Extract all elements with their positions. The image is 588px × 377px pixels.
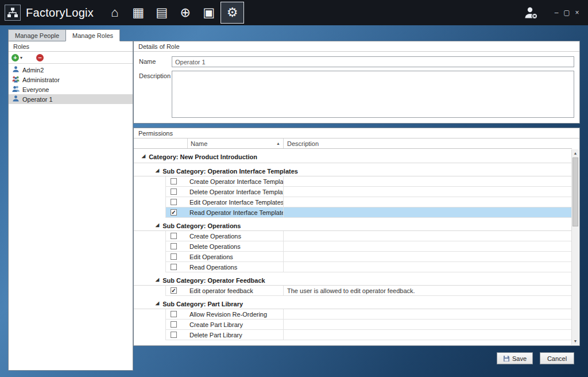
permission-checkbox[interactable] [171, 178, 177, 184]
app-title: FactoryLogix [26, 6, 94, 20]
sort-ascending-icon: ▲ [276, 141, 280, 145]
permissions-table-header: Name ▲ Description [134, 139, 572, 149]
category-row[interactable]: ◢Category: New Product Introduction [134, 151, 572, 163]
subcategory-label: Sub Category: Operation Interface Templa… [163, 168, 298, 175]
home-icon[interactable]: ⌂ [103, 2, 126, 24]
row-header-cell [134, 286, 165, 296]
vertical-scrollbar[interactable]: ▲ ▼ [571, 149, 579, 345]
expander-icon[interactable]: ◢ [156, 301, 159, 306]
permission-checkbox[interactable] [171, 199, 177, 205]
permission-row[interactable]: Create Operator Interface Templat... [134, 176, 572, 187]
save-button[interactable]: Save [497, 352, 533, 364]
close-icon[interactable]: × [572, 9, 582, 17]
add-role-button[interactable]: + [11, 54, 19, 61]
expander-icon[interactable]: ◢ [156, 222, 159, 228]
permission-row[interactable]: Delete Operator Interface Templat... [134, 187, 572, 197]
row-header-cell [134, 187, 165, 197]
permission-name: Create Operations [188, 231, 284, 241]
role-list-item[interactable]: Admin2 [9, 65, 133, 75]
cancel-button[interactable]: Cancel [540, 352, 574, 364]
role-list-item[interactable]: Operator 1 [9, 94, 133, 104]
tab-manage-roles[interactable]: Manage Roles [65, 29, 120, 41]
permission-description [284, 176, 572, 186]
permission-row[interactable]: Create Operations [134, 231, 572, 241]
details-of-role-panel: Details of Role Name Description [133, 41, 580, 124]
permissions-panel-title: Permissions [134, 128, 579, 139]
role-item-label: Admin2 [22, 67, 44, 74]
row-header-cell [134, 320, 165, 330]
npi-icon[interactable]: ▦ [126, 2, 150, 24]
analytics-icon[interactable]: ⊕ [173, 2, 197, 24]
subcategory-row[interactable]: ◢Sub Category: Operation Interface Templ… [134, 166, 572, 176]
user-logout-icon[interactable] [524, 6, 539, 20]
subcategory-row[interactable]: ◢Sub Category: Operator Feedback [134, 275, 572, 286]
scrollbar-thumb[interactable] [572, 157, 578, 226]
subcategory-row[interactable]: ◢Sub Category: Part Library [134, 299, 572, 309]
production-icon[interactable]: ▤ [150, 2, 173, 24]
permission-row[interactable]: Edit Operations [134, 252, 572, 262]
expander-icon[interactable]: ◢ [156, 168, 159, 173]
person-admin-icon [12, 75, 20, 84]
role-item-label: Operator 1 [22, 96, 53, 103]
column-header-name[interactable]: Name ▲ [188, 139, 284, 148]
permission-checkbox[interactable] [171, 332, 177, 338]
permission-checkbox[interactable] [171, 253, 177, 260]
permission-name: Edit Operator Interface Templates [188, 197, 284, 207]
permission-checkbox[interactable] [171, 188, 177, 195]
cancel-button-label: Cancel [547, 355, 567, 362]
save-icon [503, 355, 510, 362]
permission-row[interactable]: Delete Operations [134, 241, 572, 252]
subcategory-label: Sub Category: Operator Feedback [163, 277, 265, 284]
permission-description: The user is allowed to edit operator fee… [284, 286, 572, 295]
permission-name: Edit Operations [188, 252, 284, 261]
roles-panel: Roles + ▾ – Admin2AdministratorEveryoneO… [8, 41, 133, 371]
permission-checkbox[interactable] [171, 233, 177, 239]
maximize-icon[interactable]: ▢ [562, 9, 572, 17]
minimize-icon[interactable]: – [551, 9, 562, 17]
permission-name: Delete Operations [188, 241, 284, 251]
permission-row[interactable]: Allow Revision Re-Ordering [134, 309, 572, 320]
expander-icon[interactable]: ◢ [156, 277, 159, 282]
permission-description [284, 241, 572, 251]
permissions-panel: Permissions Name ▲ Description ◢Category… [133, 128, 580, 346]
permission-checkbox[interactable] [171, 311, 177, 317]
permission-checkbox[interactable]: ✓ [171, 287, 177, 294]
titlebar-nav: ⌂▦▤⊕▣⚙ [103, 0, 244, 25]
role-item-label: Administrator [22, 76, 60, 83]
person-single-icon [12, 66, 20, 74]
permission-checkbox[interactable] [171, 264, 177, 270]
permission-checkbox[interactable] [171, 321, 177, 328]
row-header-cell [134, 262, 165, 272]
subcategory-label: Sub Category: Operations [163, 222, 241, 229]
app-logo-icon [5, 5, 21, 21]
remove-role-button[interactable]: – [36, 54, 44, 61]
settings-icon[interactable]: ⚙ [220, 2, 244, 24]
permission-checkbox[interactable]: ✓ [171, 209, 177, 216]
expander-icon[interactable]: ◢ [142, 153, 145, 159]
permission-description [284, 207, 572, 217]
permission-row[interactable]: Delete Part Library [134, 330, 572, 340]
role-list-item[interactable]: Everyone [9, 84, 133, 94]
permission-row[interactable]: ✓Read Operator Interface Templates [134, 207, 572, 218]
permission-row[interactable]: Read Operations [134, 262, 572, 272]
documents-icon[interactable]: ▣ [197, 2, 220, 24]
permission-row[interactable]: Create Part Library [134, 320, 572, 330]
subcategory-row[interactable]: ◢Sub Category: Operations [134, 221, 572, 231]
titlebar: FactoryLogix ⌂▦▤⊕▣⚙ – ▢ × [0, 0, 588, 25]
column-header-description[interactable]: Description [284, 139, 572, 148]
scroll-down-icon[interactable]: ▼ [572, 337, 579, 345]
role-description-input[interactable] [172, 71, 574, 118]
tab-manage-people[interactable]: Manage People [8, 29, 66, 41]
permission-row[interactable]: ✓Edit operator feedbackThe user is allow… [134, 286, 572, 296]
add-role-dropdown-icon[interactable]: ▾ [20, 55, 22, 60]
permission-name: Read Operations [188, 262, 284, 272]
row-header-cell [134, 197, 165, 207]
tab-bar: Manage PeopleManage Roles [8, 29, 119, 41]
permission-description [284, 262, 572, 272]
permission-description [284, 197, 572, 207]
role-list-item[interactable]: Administrator [9, 75, 133, 84]
scroll-up-icon[interactable]: ▲ [572, 149, 579, 157]
permission-checkbox[interactable] [171, 243, 177, 249]
role-name-input[interactable] [172, 56, 574, 67]
permission-row[interactable]: Edit Operator Interface Templates [134, 197, 572, 207]
